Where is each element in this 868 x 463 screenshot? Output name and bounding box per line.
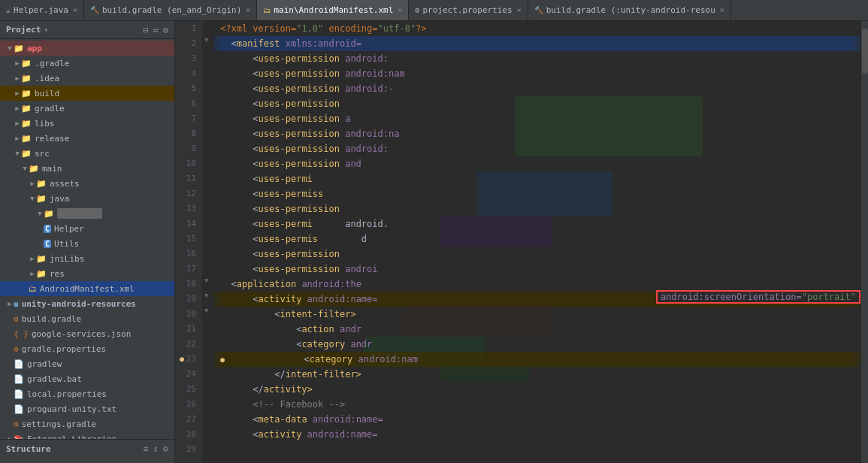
code-line-6: <uses-permission bbox=[220, 96, 854, 111]
line-num-9: 9 bbox=[178, 141, 199, 156]
bracket-10: < bbox=[220, 159, 259, 169]
code-container[interactable]: 1 2 3 4 5 6 7 8 9 10 11 12 13 14 15 16 1 bbox=[175, 21, 868, 463]
code-line-22: <category andr bbox=[220, 337, 854, 352]
arrow-release: ▶ bbox=[14, 135, 21, 142]
label-gradlew: gradlew bbox=[27, 359, 62, 369]
line-num-11: 11 bbox=[178, 171, 199, 186]
tab-close-helper[interactable]: × bbox=[73, 6, 77, 14]
sidebar-item-res[interactable]: ▶ 📁 res bbox=[0, 266, 174, 281]
sidebar-item-utils[interactable]: C Utils bbox=[0, 236, 174, 251]
project-tree: ▼ 📁 app ▶ 📁 .gradle ▶ 📁 .idea bbox=[0, 39, 174, 439]
sidebar-item-app[interactable]: ▼ 📁 app bbox=[0, 41, 174, 56]
tab-label: Helper.java bbox=[14, 5, 68, 15]
tag-uses-perm-8: uses-permission bbox=[259, 129, 346, 139]
label-utils: Utils bbox=[54, 239, 79, 249]
bracket-13: < bbox=[220, 204, 259, 214]
sidebar-item-manifest[interactable]: 🗂 AndroidManifest.xml bbox=[0, 281, 174, 296]
warning-dot-23: ● bbox=[220, 356, 225, 364]
bracket-9: < bbox=[220, 144, 259, 154]
label-local-props: local.properties bbox=[27, 389, 107, 399]
tag-intent-filter-close: intent-filter> bbox=[286, 369, 361, 380]
folder-icon-build: 📁 bbox=[21, 89, 32, 98]
tab-project-props[interactable]: ⚙ project.properties × bbox=[409, 0, 528, 20]
code-content[interactable]: android:screenOrientation="portrait" <?x… bbox=[214, 21, 860, 463]
scroll-center-icon[interactable]: ⇌ bbox=[153, 25, 159, 35]
tab-helper[interactable]: ☕ Helper.java × bbox=[0, 0, 84, 20]
code-line-28: <activity android:name= bbox=[220, 427, 854, 442]
attr-5: android:- bbox=[345, 83, 394, 94]
code-line-17: <uses-permission androi bbox=[220, 262, 854, 277]
label-main: main bbox=[42, 164, 62, 174]
fold-arrow-18[interactable]: ▼ bbox=[204, 277, 208, 284]
text-15: d bbox=[318, 234, 367, 244]
line-num-7: 7 bbox=[178, 111, 199, 126]
right-scrollbar[interactable] bbox=[860, 21, 868, 463]
sidebar-item-gradle-props[interactable]: ⚙ gradle.properties bbox=[0, 341, 174, 356]
bracket-19: < bbox=[220, 294, 259, 304]
sidebar-item-gradle2[interactable]: ▶ 📁 gradle bbox=[0, 101, 174, 116]
xml-decl-close: ?> bbox=[416, 23, 426, 34]
label-res: res bbox=[50, 269, 65, 279]
structure-header: Structure ≡ ↕ ⚙ bbox=[0, 440, 174, 458]
sidebar-item-gradlew[interactable]: 📄 gradlew bbox=[0, 356, 174, 371]
sidebar-item-java[interactable]: ▼ 📁 java bbox=[0, 191, 174, 206]
sidebar-item-main[interactable]: ▼ 📁 main bbox=[0, 161, 174, 176]
structure-panel: Structure ≡ ↕ ⚙ bbox=[0, 439, 174, 463]
sidebar-item-settings-gradle[interactable]: ⚙ settings.gradle bbox=[0, 416, 174, 431]
tab-label: build.gradle (:unity-android-resou bbox=[546, 5, 715, 15]
attr-10: and bbox=[345, 159, 361, 169]
tab-close-unity[interactable]: × bbox=[720, 6, 724, 14]
code-line-3: <uses-permission android: bbox=[220, 51, 854, 66]
tag-activity-19: activity bbox=[259, 294, 307, 304]
line-num-2: 2 bbox=[178, 36, 199, 51]
fold-arrow-2[interactable]: ▼ bbox=[204, 36, 208, 44]
scroll-thumb[interactable] bbox=[862, 29, 868, 74]
sidebar-item-release[interactable]: ▶ 📁 release bbox=[0, 131, 174, 146]
collapse-all-icon[interactable]: ⊟ bbox=[143, 25, 148, 35]
sidebar-item-external[interactable]: ▶ 📚 External Libraries bbox=[0, 431, 174, 439]
attr-21: andr bbox=[340, 324, 361, 334]
sidebar-item-local-props[interactable]: 📄 local.properties bbox=[0, 386, 174, 401]
fold-arrow-19[interactable]: ▼ bbox=[204, 292, 208, 299]
sidebar-item-google-services[interactable]: { } google-services.json bbox=[0, 326, 174, 341]
sidebar-item-gradlew-bat[interactable]: 📄 gradlew.bat bbox=[0, 371, 174, 386]
tab-close-build[interactable]: × bbox=[246, 6, 250, 14]
settings-icon[interactable]: ⚙ bbox=[163, 25, 168, 35]
sidebar-item-assets[interactable]: ▶ 📁 assets bbox=[0, 176, 174, 191]
sidebar-item-proguard[interactable]: 📄 proguard-unity.txt bbox=[0, 401, 174, 416]
sidebar-item-libs[interactable]: ▶ 📁 libs bbox=[0, 116, 174, 131]
tab-close-manifest[interactable]: × bbox=[398, 6, 402, 14]
sidebar-item-package[interactable]: ▼ 📁 bbox=[0, 206, 174, 221]
sidebar-title: Project ▾ bbox=[6, 25, 48, 35]
sidebar-item-gradle-hidden[interactable]: ▶ 📁 .gradle bbox=[0, 56, 174, 71]
line-num-26: 26 bbox=[178, 397, 199, 412]
code-line-24: </intent-filter> bbox=[220, 367, 854, 382]
props-icon: ⚙ bbox=[415, 6, 419, 14]
sort-alpha-icon[interactable]: ≡ bbox=[143, 443, 148, 454]
sidebar-item-jnilibs[interactable]: ▶ 📁 jniLibs bbox=[0, 251, 174, 266]
fold-arrow-20[interactable]: ▼ bbox=[204, 307, 208, 314]
sidebar-item-build-gradle[interactable]: ⚙ build.gradle bbox=[0, 311, 174, 326]
tab-manifest[interactable]: 🗂 main\AndroidManifest.xml × bbox=[257, 0, 409, 20]
sidebar-item-build[interactable]: ▶ 📁 build bbox=[0, 86, 174, 101]
label-helper: Helper bbox=[54, 224, 84, 234]
label-build-gradle: build.gradle bbox=[22, 314, 81, 324]
folder-icon: 📁 bbox=[21, 59, 32, 68]
arrow-libs: ▶ bbox=[14, 120, 21, 127]
sidebar-item-unity[interactable]: ▶ ◼ unity-android-resources bbox=[0, 296, 174, 311]
bracket-18: < bbox=[220, 279, 237, 289]
fold-gutter: ▼ ▼ ▼ ▼ bbox=[202, 21, 214, 463]
sidebar-item-src[interactable]: ▼ 📁 src bbox=[0, 146, 174, 161]
tab-build-gradle-unity[interactable]: 🔨 build.gradle (:unity-android-resou × bbox=[528, 0, 731, 20]
label-proguard: proguard-unity.txt bbox=[27, 404, 116, 414]
sort-icon[interactable]: ↕ bbox=[153, 443, 159, 454]
structure-settings-icon[interactable]: ⚙ bbox=[163, 443, 168, 454]
bracket-5: < bbox=[220, 83, 259, 94]
sidebar-item-idea[interactable]: ▶ 📁 .idea bbox=[0, 71, 174, 86]
sidebar-item-helper[interactable]: C Helper bbox=[0, 221, 174, 236]
tag-action: action bbox=[301, 324, 340, 334]
tab-close-props[interactable]: × bbox=[517, 6, 522, 14]
folder-icon-gradle2: 📁 bbox=[21, 104, 32, 113]
tab-build-gradle[interactable]: 🔨 build.gradle (en_and_Origin) × bbox=[84, 0, 257, 20]
project-dropdown-icon[interactable]: ▾ bbox=[44, 26, 48, 34]
